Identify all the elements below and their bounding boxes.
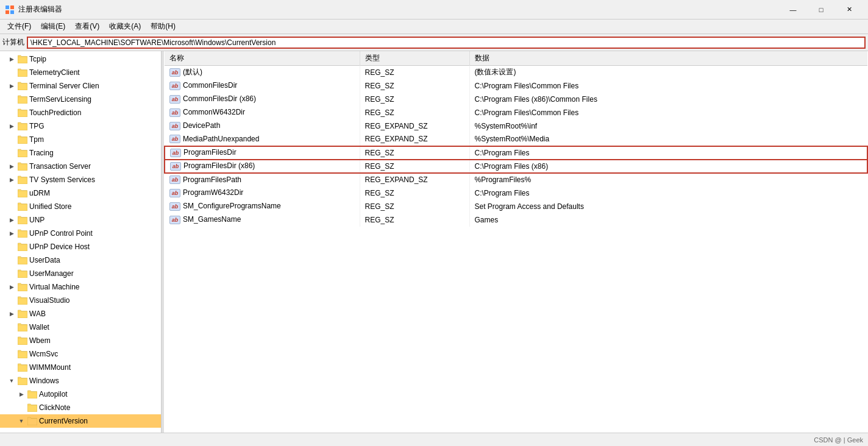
- tree-arrow[interactable]: ▶: [7, 310, 16, 318]
- tree-item[interactable]: ▶ TPG: [0, 119, 161, 133]
- tree-item[interactable]: ▶ Wallet: [0, 320, 161, 334]
- tree-item[interactable]: ▶ WAB: [0, 307, 161, 320]
- table-row[interactable]: abSM_ConfigureProgramsNameREG_SZSet Prog…: [165, 200, 867, 213]
- folder-icon: [18, 68, 27, 77]
- tree-item[interactable]: ▶ WIMMMount: [0, 361, 161, 374]
- tree-arrow[interactable]: ▶: [7, 82, 16, 90]
- tree-item[interactable]: ▶ UserData: [0, 253, 161, 267]
- folder-icon: [27, 417, 37, 425]
- reg-type-icon: ab: [169, 82, 180, 90]
- cell-name: abProgramW6432Dir: [165, 186, 360, 200]
- tree-arrow[interactable]: ▶: [7, 229, 16, 238]
- tree-item[interactable]: ▶ WcmSvc: [0, 347, 161, 361]
- tree-item-label: UserManager: [29, 269, 74, 278]
- cell-name: abSM_GamesName: [165, 213, 360, 227]
- cell-name: abMediaPathUnexpanded: [165, 133, 360, 146]
- reg-name-text: DevicePath: [183, 121, 220, 130]
- tree-item[interactable]: ▶ Transaction Server: [0, 160, 161, 173]
- tree-item-label: Virtual Machine: [29, 283, 80, 291]
- tree-item[interactable]: ▶ Tpm: [0, 133, 161, 146]
- tree-item[interactable]: ▶ Tracing: [0, 146, 161, 160]
- header-type[interactable]: 类型: [360, 51, 469, 66]
- table-row[interactable]: abMediaPathUnexpandedREG_EXPAND_SZ%Syste…: [165, 133, 867, 146]
- tree-arrow[interactable]: ▶: [7, 216, 16, 224]
- menu-item[interactable]: 帮助(H): [146, 20, 180, 33]
- tree-item[interactable]: ▶ TV System Services: [0, 173, 161, 186]
- tree-item[interactable]: ▶ UPnP Device Host: [0, 240, 161, 253]
- close-button[interactable]: ✕: [835, 0, 863, 19]
- tree-item-label: Terminal Server Clien: [29, 82, 99, 90]
- reg-name-text: MediaPathUnexpanded: [183, 135, 259, 143]
- cell-data: (数值未设置): [469, 66, 867, 79]
- folder-icon: [18, 269, 27, 278]
- header-name[interactable]: 名称: [165, 51, 360, 66]
- menu-item[interactable]: 收藏夹(A): [104, 20, 146, 33]
- cell-type: REG_SZ: [360, 160, 469, 173]
- folder-icon: [18, 377, 27, 385]
- tree-item[interactable]: ▼ CurrentVersion: [0, 414, 161, 428]
- tree-arrow[interactable]: ▶: [7, 175, 16, 184]
- tree-item-label: TV System Services: [29, 175, 95, 184]
- registry-table: 名称 类型 数据 ab(默认)REG_SZ(数值未设置)abCommonFile…: [164, 51, 868, 227]
- tree-item[interactable]: ▶ UPnP Control Point: [0, 227, 161, 240]
- maximize-button[interactable]: □: [807, 0, 835, 19]
- table-row[interactable]: abCommonFilesDirREG_SZC:\Program Files\C…: [165, 79, 867, 93]
- tree-arrow[interactable]: ▶: [7, 283, 16, 291]
- tree-arrow[interactable]: ▶: [7, 55, 16, 63]
- table-row[interactable]: abProgramFilesDirREG_SZC:\Program Files: [165, 146, 867, 160]
- tree-item[interactable]: ▶ Virtual Machine: [0, 280, 161, 294]
- folder-icon: [18, 310, 27, 318]
- table-row[interactable]: abProgramFilesPathREG_EXPAND_SZ%ProgramF…: [165, 173, 867, 186]
- tree-item[interactable]: ▶ Tcpip: [0, 52, 161, 66]
- cell-name: abProgramFilesDir (x86): [165, 160, 360, 173]
- table-row[interactable]: abSM_GamesNameREG_SZGames: [165, 213, 867, 227]
- tree-item-label: Tracing: [29, 149, 54, 157]
- cell-data: C:\Program Files: [469, 186, 867, 200]
- tree-arrow[interactable]: ▼: [17, 417, 26, 425]
- table-row[interactable]: abCommonFilesDir (x86)REG_SZC:\Program F…: [165, 93, 867, 106]
- tree-item[interactable]: ▶ VisualStudio: [0, 294, 161, 307]
- cell-name: abCommonFilesDir: [165, 79, 360, 93]
- cell-data: C:\Program Files (x86)\Common Files: [469, 93, 867, 106]
- folder-icon: [18, 242, 27, 251]
- tree-item[interactable]: ▶ uDRM: [0, 186, 161, 200]
- table-row[interactable]: abProgramW6432DirREG_SZC:\Program Files: [165, 186, 867, 200]
- minimize-button[interactable]: —: [779, 0, 807, 19]
- header-data[interactable]: 数据: [469, 51, 867, 66]
- tree-item[interactable]: ▶ Unified Store: [0, 200, 161, 213]
- tree-item[interactable]: ▶ Autopilot: [0, 388, 161, 401]
- tree-arrow[interactable]: ▶: [7, 122, 16, 130]
- reg-type-icon: ab: [169, 175, 180, 184]
- tree-arrow[interactable]: ▶: [7, 162, 16, 171]
- table-row[interactable]: ab(默认)REG_SZ(数值未设置): [165, 66, 867, 79]
- address-input[interactable]: [27, 37, 866, 49]
- tree-item[interactable]: ▶ TelemetryClient: [0, 66, 161, 79]
- svg-rect-2: [5, 10, 9, 14]
- menu-item[interactable]: 查看(V): [70, 20, 104, 33]
- tree-item[interactable]: ▶ UserManager: [0, 267, 161, 280]
- table-row[interactable]: abProgramFilesDir (x86)REG_SZC:\Program …: [165, 160, 867, 173]
- tree-item[interactable]: ▶ Wbem: [0, 334, 161, 347]
- tree-item-label: Wbem: [29, 336, 51, 345]
- status-text: CSDN @ | Geek: [814, 436, 863, 444]
- folder-icon: [18, 336, 27, 345]
- tree-item[interactable]: ▶ UNP: [0, 213, 161, 227]
- folder-icon: [18, 108, 27, 117]
- menu-item[interactable]: 文件(F): [2, 20, 36, 33]
- folder-icon: [18, 363, 27, 372]
- table-row[interactable]: abCommonW6432DirREG_SZC:\Program Files\C…: [165, 106, 867, 119]
- tree-item[interactable]: ▼ Windows: [0, 374, 161, 388]
- tree-item[interactable]: ▶ TouchPrediction: [0, 106, 161, 119]
- menu-item[interactable]: 编辑(E): [36, 20, 70, 33]
- tree-item-label: CurrentVersion: [39, 417, 88, 425]
- tree-arrow[interactable]: ▶: [17, 390, 26, 398]
- tree-arrow[interactable]: ▼: [7, 377, 16, 385]
- tree-item-label: UserData: [29, 256, 60, 264]
- tree-item-label: Unified Store: [29, 202, 71, 211]
- cell-data: C:\Program Files: [469, 146, 867, 160]
- tree-item[interactable]: ▶ ClickNote: [0, 401, 161, 414]
- tree-item[interactable]: ▶ TermServLicensing: [0, 93, 161, 106]
- tree-item[interactable]: ▶ Terminal Server Clien: [0, 79, 161, 93]
- table-row[interactable]: abDevicePathREG_EXPAND_SZ%SystemRoot%\in…: [165, 119, 867, 133]
- address-bar: 计算机: [0, 34, 868, 51]
